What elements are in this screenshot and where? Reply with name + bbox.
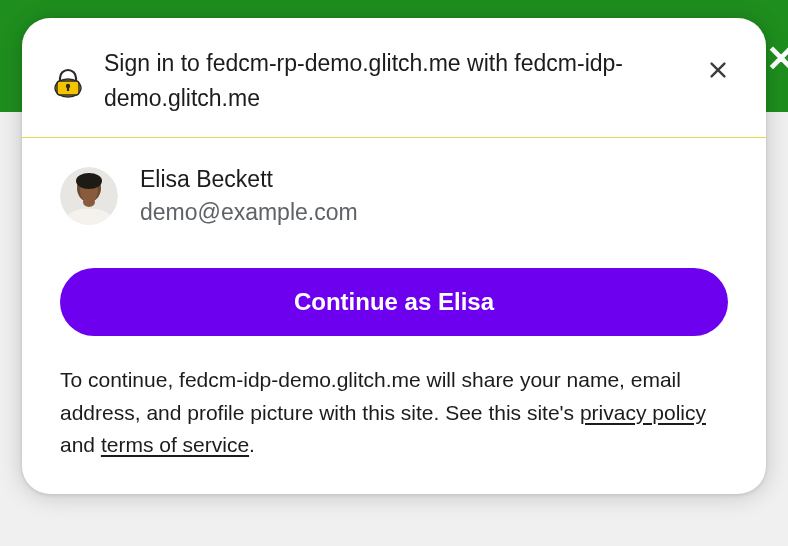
- svg-point-10: [83, 197, 95, 207]
- account-row: Elisa Beckett demo@example.com: [22, 138, 766, 240]
- svg-point-8: [76, 173, 102, 189]
- disclosure-and: and: [60, 433, 101, 456]
- rp-domain: fedcm-rp-demo.glitch.me: [206, 50, 460, 76]
- disclosure-idp-domain: fedcm-idp-demo.glitch.me: [179, 368, 421, 391]
- disclosure-suffix: .: [249, 433, 255, 456]
- account-email: demo@example.com: [140, 199, 358, 226]
- dialog-header: Sign in to fedcm-rp-demo.glitch.me with …: [22, 18, 766, 138]
- account-name: Elisa Beckett: [140, 166, 358, 193]
- background-close-icon: ✕: [766, 38, 788, 80]
- lock-icon: [50, 63, 86, 99]
- disclosure-text: To continue, fedcm-idp-demo.glitch.me wi…: [60, 364, 728, 462]
- title-prefix: Sign in to: [104, 50, 206, 76]
- disclosure-prefix: To continue,: [60, 368, 179, 391]
- privacy-policy-link[interactable]: privacy policy: [580, 401, 706, 424]
- account-info: Elisa Beckett demo@example.com: [140, 166, 358, 226]
- avatar: [60, 167, 118, 225]
- close-button[interactable]: [698, 50, 738, 90]
- svg-rect-3: [67, 86, 69, 91]
- title-mid: with: [461, 50, 515, 76]
- dialog-title: Sign in to fedcm-rp-demo.glitch.me with …: [104, 46, 680, 115]
- fedcm-sign-in-dialog: Sign in to fedcm-rp-demo.glitch.me with …: [22, 18, 766, 494]
- terms-of-service-link[interactable]: terms of service: [101, 433, 249, 456]
- continue-button[interactable]: Continue as Elisa: [60, 268, 728, 336]
